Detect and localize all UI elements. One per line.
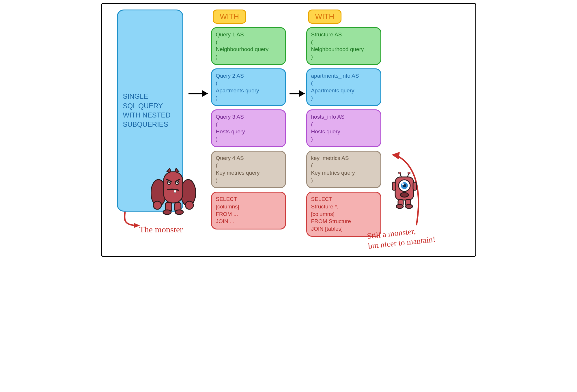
arrow-icon: [187, 89, 209, 98]
svg-point-31: [400, 193, 408, 197]
cte-block-query2: Query 2 AS ( Apartments query ): [211, 68, 286, 106]
cte-column-generic: WITH Query 1 AS ( Neighbourhood query ) …: [211, 10, 286, 229]
svg-marker-3: [299, 90, 305, 97]
svg-point-14: [185, 201, 193, 209]
svg-marker-1: [202, 90, 208, 97]
svg-point-35: [406, 204, 412, 208]
svg-rect-19: [174, 190, 176, 193]
cute-monster-icon: [390, 172, 419, 209]
svg-point-18: [176, 182, 178, 184]
svg-point-21: [399, 172, 401, 174]
diagram-frame: SINGLE SQL QUERY WITH NESTED SUBQUERIES …: [101, 3, 476, 257]
svg-rect-26: [413, 182, 417, 190]
select-block-named: SELECT Structure.*, [columns] FROM Struc…: [306, 192, 381, 237]
svg-point-12: [175, 210, 183, 214]
svg-rect-25: [392, 182, 396, 190]
cte-block-query3: Query 3 AS ( Hosts query ): [211, 109, 286, 147]
svg-marker-5: [392, 152, 400, 159]
svg-point-17: [168, 182, 170, 184]
svg-point-11: [163, 210, 171, 214]
svg-point-34: [396, 204, 403, 208]
arrow-icon: [288, 89, 306, 98]
angry-monster-icon: [151, 168, 196, 216]
svg-point-23: [408, 172, 410, 174]
with-keyword-badge: WITH: [308, 10, 341, 24]
svg-marker-4: [134, 223, 140, 228]
cte-block-hosts: hosts_info AS ( Hosts query ): [306, 109, 381, 147]
caption-the-monster: The monster: [139, 225, 183, 234]
with-keyword-badge: WITH: [213, 10, 246, 24]
svg-rect-8: [164, 172, 183, 203]
cte-block-apartments: apartments_info AS ( Apartments query ): [306, 68, 381, 106]
select-block-generic: SELECT [columns] FROM ... JOIN ...: [211, 192, 286, 229]
cte-block-structure: Structure AS ( Neighbourhood query ): [306, 27, 381, 65]
cte-column-named: WITH Structure AS ( Neighbourhood query …: [306, 10, 381, 237]
svg-point-30: [402, 183, 404, 185]
cte-block-metrics: key_metrics AS ( Key metrics query ): [306, 151, 381, 188]
svg-point-13: [153, 201, 161, 209]
cte-block-query1: Query 1 AS ( Neighbourhood query ): [211, 27, 286, 65]
cte-block-query4: Query 4 AS ( Key metrics query ): [211, 151, 286, 188]
